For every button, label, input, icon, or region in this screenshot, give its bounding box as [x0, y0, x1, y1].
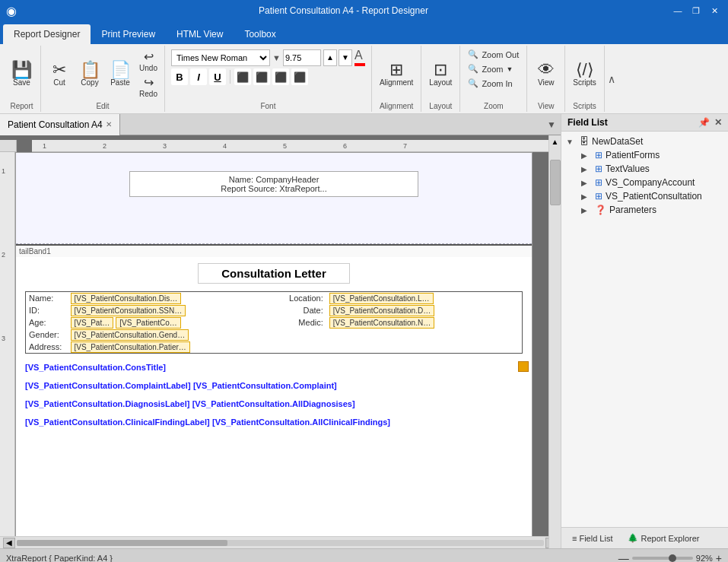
name-value: [VS_PatientConsultation.Dis…: [71, 293, 182, 304]
save-button[interactable]: 💾 Save: [8, 60, 36, 88]
bottom-tab-field-list[interactable]: ≡ Field List: [566, 532, 618, 545]
report-explorer-tab-icon: 🌲: [628, 533, 638, 543]
maximize-button[interactable]: ❐: [688, 3, 704, 18]
scroll-thumb[interactable]: [550, 160, 561, 205]
scroll-hthumb[interactable]: [17, 540, 227, 546]
doc-tab-dropdown-button[interactable]: ▼: [542, 119, 561, 130]
id-label: ID:: [26, 304, 68, 316]
redo-label: Redo: [139, 90, 157, 98]
scroll-track[interactable]: [17, 540, 544, 546]
align-right-button[interactable]: ⬛: [272, 68, 289, 85]
minimize-button[interactable]: —: [670, 3, 685, 18]
tree-item-patient-consultation[interactable]: ▶ ⊞ VS_PatientConsultation: [577, 189, 728, 203]
panel-pin-icon[interactable]: 📌: [698, 117, 710, 128]
alignment-group-label: Alignment: [380, 100, 413, 110]
view-button[interactable]: 👁 View: [532, 60, 560, 88]
zoom-slider-thumb[interactable]: [669, 554, 676, 562]
font-size-decrease[interactable]: ▼: [339, 49, 352, 66]
copy-button[interactable]: 📋 Copy: [76, 60, 103, 88]
location-label: Location:: [281, 292, 326, 305]
report-canvas[interactable]: Name: CompanyHeader Report Source: XtraR…: [15, 152, 532, 536]
zoom-out-button[interactable]: 🔍 Zoom Out: [465, 49, 522, 60]
cut-button[interactable]: ✂ Cut: [46, 60, 73, 88]
justify-button[interactable]: ⬛: [291, 68, 308, 85]
view-label: View: [538, 78, 555, 87]
field-list-title: Field List: [567, 117, 608, 128]
complaint-area: [VS_PatientConsultation.ComplaintLabel] …: [25, 379, 523, 392]
text-values-icon: ⊞: [595, 164, 602, 174]
horizontal-scrollbar[interactable]: ◀ ▶: [0, 536, 561, 548]
gender-label: Gender:: [26, 329, 68, 341]
canvas-area: 1 2 3 4 5 6 7: [0, 135, 561, 548]
copy-icon: 📋: [80, 62, 100, 78]
zoom-button[interactable]: 🔍 Zoom ▼: [465, 63, 516, 75]
ribbon-group-font: Times New Roman ▼ ▲ ▼ A B I U ⬛ ⬛ ⬛ ⬛: [165, 46, 372, 112]
ruler-mark-5: 5: [283, 142, 287, 150]
expand-arrow: ▶: [581, 179, 592, 187]
table-row: Age: [VS_Pat… [VS_PatientCo… Medic: [VS_…: [26, 316, 523, 329]
tree-item-company-account[interactable]: ▶ ⊞ VS_CompanyAccount: [577, 176, 728, 189]
alignment-button[interactable]: ⊞ Alignment: [377, 60, 416, 88]
company-account-label: VS_CompanyAccount: [606, 177, 695, 188]
zoom-in-button[interactable]: 🔍 Zoom In: [465, 78, 515, 89]
tree-root-dataset[interactable]: ▼ 🗄 NewDataSet: [561, 135, 728, 148]
ribbon-collapse-button[interactable]: ∧: [605, 46, 618, 112]
bottom-tab-report-explorer[interactable]: 🌲 Report Explorer: [622, 532, 705, 545]
font-size-input[interactable]: [283, 49, 321, 66]
tab-html-view[interactable]: HTML View: [166, 24, 234, 44]
panel-close-icon[interactable]: ✕: [714, 117, 722, 128]
table-row: Name: [VS_PatientConsultation.Dis… Locat…: [26, 292, 523, 305]
tree-item-patient-forms[interactable]: ▶ ⊞ PatientForms: [577, 148, 728, 162]
alignment-icon: ⊞: [389, 62, 403, 78]
bold-button[interactable]: B: [171, 68, 188, 85]
table-row: Address: [VS_PatientConsultation.Patier…: [26, 341, 523, 354]
zoom-minus-button[interactable]: —: [618, 552, 629, 563]
align-left-button[interactable]: ⬛: [234, 68, 251, 85]
font-group-label: Font: [260, 100, 275, 110]
zoom-plus-button[interactable]: +: [716, 552, 722, 563]
zoom-area: — 92% +: [618, 552, 722, 563]
layout-button[interactable]: ⊡ Layout: [426, 60, 455, 88]
ribbon-group-view: 👁 View View: [527, 46, 565, 112]
company-header-box: Name: CompanyHeader Report Source: XtraR…: [129, 171, 418, 197]
tab-report-designer[interactable]: Report Designer: [3, 24, 91, 44]
tree-expand-icon: ▼: [566, 138, 577, 146]
redo-button[interactable]: ↪ Redo: [137, 75, 160, 99]
font-color-button[interactable]: A: [354, 49, 365, 66]
diagnosis-label-field: [VS_PatientConsultation.DiagnosisLabel]: [25, 399, 189, 408]
expand-arrow: ▶: [581, 206, 592, 214]
align-center-button[interactable]: ⬛: [253, 68, 270, 85]
field-list-panel: Field List 📌 ✕ ▼ 🗄 NewDataSet ▶ ⊞ Patien…: [561, 114, 728, 548]
medic-value: [VS_PatientConsultation.N…: [329, 317, 434, 329]
zoom-percent: 92%: [696, 554, 713, 563]
scroll-left-button[interactable]: ◀: [3, 538, 15, 548]
italic-button[interactable]: I: [190, 68, 207, 85]
scroll-up-button[interactable]: ▲: [549, 135, 561, 148]
tab-print-preview[interactable]: Print Preview: [91, 24, 166, 44]
doc-tab-close-button[interactable]: ✕: [106, 120, 112, 129]
zoom-slider[interactable]: [632, 557, 693, 560]
cut-label: Cut: [53, 78, 65, 87]
cons-title-field: [VS_PatientConsultation.ConsTitle]: [25, 363, 166, 372]
ruler-mark-7: 7: [403, 142, 407, 150]
tab-toolbox[interactable]: Toolbox: [234, 24, 286, 44]
tree-item-text-values[interactable]: ▶ ⊞ TextValues: [577, 162, 728, 176]
app-icon: ◉: [6, 4, 17, 18]
clinical-label-field: [VS_PatientConsultation.ClinicalFindingL…: [25, 418, 210, 427]
underline-button[interactable]: U: [209, 68, 226, 85]
doc-tab-patient[interactable]: Patient Consultation A4 ✕: [0, 114, 120, 135]
scripts-button[interactable]: ⟨/⟩ Scripts: [570, 60, 599, 88]
complaint-label-field: [VS_PatientConsultation.ComplaintLabel]: [25, 381, 191, 390]
vertical-scrollbar[interactable]: ▲: [548, 135, 561, 536]
undo-button[interactable]: ↩ Undo: [137, 49, 160, 73]
ruler-mark-2: 2: [103, 142, 106, 150]
expand-arrow: ▶: [581, 165, 592, 173]
font-size-increase[interactable]: ▲: [323, 49, 337, 66]
close-button[interactable]: ✕: [707, 3, 722, 18]
paste-button[interactable]: 📄 Paste: [106, 60, 134, 88]
canvas-scroll[interactable]: 1 2 3 4 5 6 7: [0, 135, 561, 536]
tree-item-parameters[interactable]: ▶ ❓ Parameters: [577, 203, 728, 217]
edit-group-label: Edit: [96, 100, 109, 110]
font-name-select[interactable]: Times New Roman: [171, 49, 270, 66]
layout-group-label: Layout: [429, 100, 452, 110]
